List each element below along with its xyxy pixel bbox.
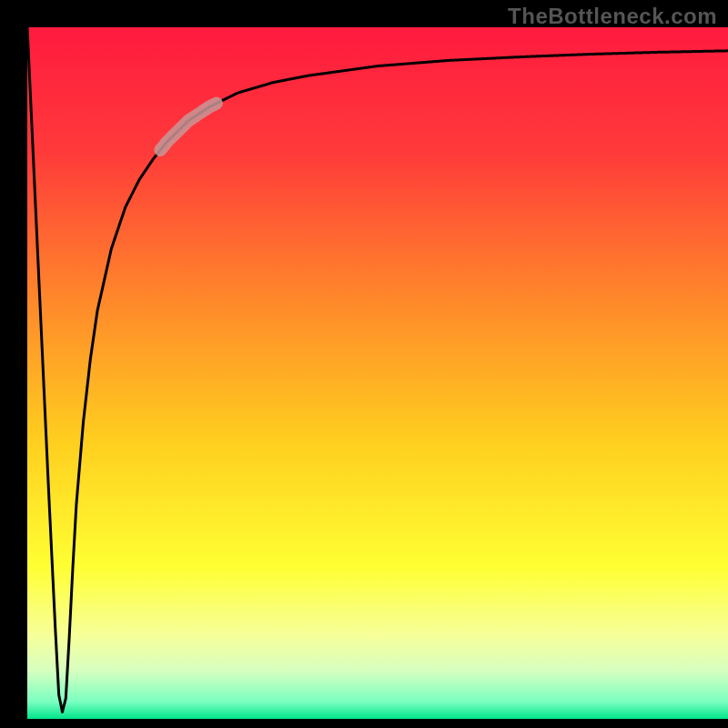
bottleneck-curve: [0, 0, 728, 728]
chart-frame: TheBottleneck.com: [0, 0, 728, 728]
watermark-text: TheBottleneck.com: [508, 4, 717, 29]
